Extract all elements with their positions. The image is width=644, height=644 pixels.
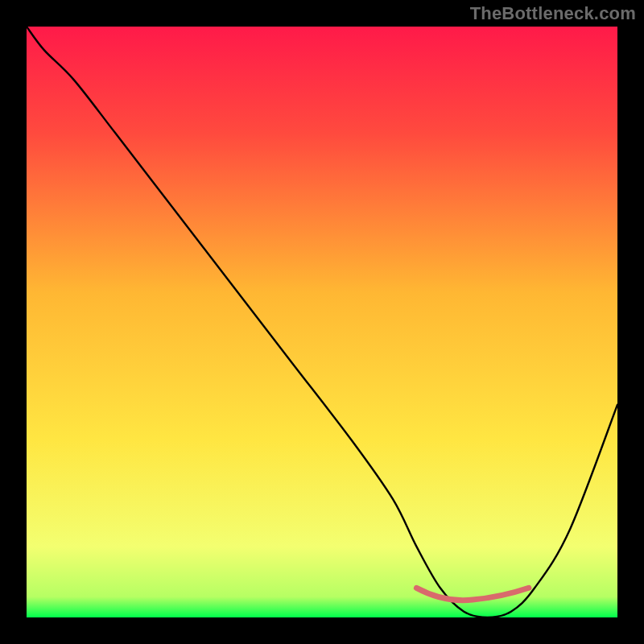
plot-area [27, 27, 617, 617]
watermark-text: TheBottleneck.com [470, 3, 636, 24]
chart-svg [27, 27, 617, 617]
chart-frame: TheBottleneck.com [0, 0, 644, 644]
gradient-background [27, 27, 617, 617]
